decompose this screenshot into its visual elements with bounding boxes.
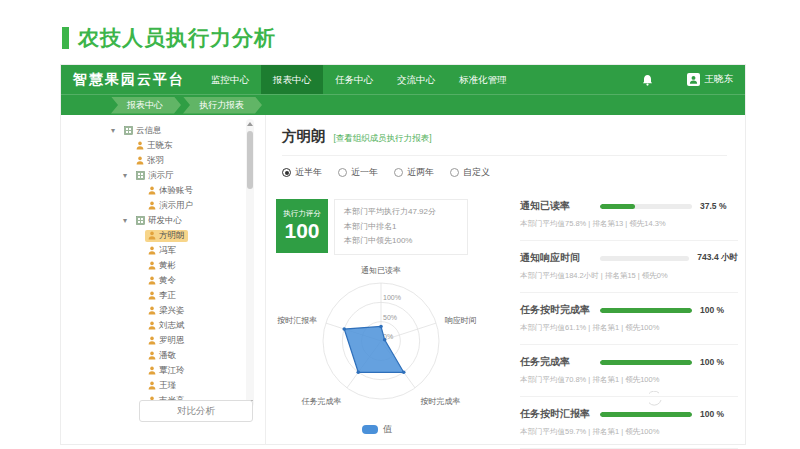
tree-item[interactable]: ▾	[111, 183, 239, 198]
time-filter-option[interactable]: 近两年	[394, 166, 434, 179]
progress-bar-fill	[600, 360, 692, 365]
scroll-up-arrow-icon[interactable]	[247, 122, 253, 126]
tree-item-inner[interactable]: 方明朗	[145, 230, 188, 242]
tree-item[interactable]: ▾	[111, 318, 239, 333]
tree-item-inner[interactable]: 冯军	[145, 245, 179, 257]
tree-item-inner[interactable]: 体验账号	[145, 185, 196, 197]
tree-item-inner[interactable]: 黄令	[145, 275, 179, 287]
time-filter-label: 自定义	[463, 166, 490, 179]
tree-item-label: 演示用户	[159, 200, 193, 212]
legend-swatch	[362, 425, 378, 434]
tree-item-inner[interactable]: 李正	[145, 290, 179, 302]
tree-item-inner[interactable]: 覃江玲	[145, 365, 188, 377]
scrollbar-thumb[interactable]	[247, 131, 253, 189]
user-avatar-icon[interactable]	[687, 73, 700, 86]
stat-label: 任务按时完成率	[520, 303, 600, 317]
tree-item-inner[interactable]: 张羽	[133, 155, 167, 167]
tree-item-label: 王晓东	[147, 140, 173, 152]
stat-label: 通知响应时间	[520, 251, 600, 265]
tree-item[interactable]: ▾	[111, 228, 239, 243]
user-icon	[148, 261, 156, 270]
tree-item-label: 刘志斌	[159, 320, 185, 332]
caret-down-icon[interactable]: ▾	[123, 171, 133, 180]
tree-item[interactable]: ▾	[111, 303, 239, 318]
tree-item-inner[interactable]: 黄彬	[145, 260, 179, 272]
notification-bell-icon[interactable]	[642, 74, 653, 86]
tree-item[interactable]: ▾	[111, 138, 239, 153]
tree-item-inner[interactable]: 王晓东	[133, 140, 176, 152]
tree-item[interactable]: ▾	[111, 243, 239, 258]
title-accent-bar	[62, 27, 69, 49]
legend-label: 值	[383, 423, 392, 436]
chart-legend[interactable]: 值	[276, 423, 478, 436]
stat-label: 任务按时汇报率	[520, 407, 600, 421]
score-info-line: 本部门中排名1	[344, 220, 458, 235]
tree-item[interactable]: ▾	[111, 198, 239, 213]
tree-item-inner[interactable]: 研发中心	[133, 215, 185, 227]
tree-item[interactable]: ▾	[111, 258, 239, 273]
tree-item[interactable]: ▾	[111, 288, 239, 303]
tree-item[interactable]: ▾	[111, 333, 239, 348]
menu-item[interactable]: 监控中心	[199, 65, 261, 94]
tree-item-label: 黄彬	[159, 260, 176, 272]
tree-item[interactable]: ▾	[111, 168, 239, 183]
tree-item[interactable]: ▾	[111, 153, 239, 168]
time-filter-label: 近两年	[407, 166, 434, 179]
radio-icon[interactable]	[394, 168, 403, 177]
stat-value: 100 %	[700, 409, 724, 419]
menu-item[interactable]: 报表中心	[261, 65, 323, 94]
progress-bar	[600, 204, 692, 209]
menu-item[interactable]: 交流中心	[385, 65, 447, 94]
header-divider	[282, 155, 727, 156]
org-icon	[124, 126, 133, 135]
tree-item[interactable]: ▾	[111, 123, 239, 138]
time-filter-option[interactable]: 近半年	[282, 166, 322, 179]
tree-item[interactable]: ▾	[111, 378, 239, 393]
caret-down-icon[interactable]: ▾	[123, 216, 133, 225]
radio-icon[interactable]	[450, 168, 459, 177]
breadcrumb-chip[interactable]: 报表中心	[111, 97, 181, 114]
menu-item[interactable]: 任务中心	[323, 65, 385, 94]
user-name[interactable]: 王晓东	[705, 73, 734, 86]
time-filter-option[interactable]: 自定义	[450, 166, 490, 179]
stat-row: 任务按时汇报率 100 % 本部门平均值59.7% | 排名第1 | 领先100…	[520, 397, 738, 449]
tree-item-label: 王瑾	[159, 380, 176, 392]
tree-item[interactable]: ▾	[111, 273, 239, 288]
stat-subtext: 本部门平均值184.2小时 | 排名第15 | 领先0%	[520, 271, 738, 281]
time-filter-option[interactable]: 近一年	[338, 166, 378, 179]
tree-item[interactable]: ▾	[111, 363, 239, 378]
report-header: 方明朗 [查看组织成员执行力报表]	[266, 115, 745, 146]
tree-item-inner[interactable]: 潘敬	[145, 350, 179, 362]
person-name: 方明朗	[282, 127, 326, 146]
tree-item-inner[interactable]: 梁兴姿	[145, 305, 188, 317]
main-panel: 方明朗 [查看组织成员执行力报表] 近半年 近一年	[266, 115, 745, 445]
tree-item[interactable]: ▾	[111, 348, 239, 363]
tree-item-inner[interactable]: 罗明恩	[145, 335, 188, 347]
tree-item-inner[interactable]: 刘志斌	[145, 320, 188, 332]
tree-item-label: 研发中心	[148, 215, 182, 227]
tree-item-label: 方明朗	[159, 230, 185, 242]
compare-analysis-button[interactable]: 对比分析	[139, 400, 253, 422]
tree-item-inner[interactable]: 云信息	[121, 125, 165, 137]
user-icon	[148, 231, 156, 240]
progress-bar	[600, 308, 692, 313]
page-title: 农技人员执行力分析	[62, 24, 276, 52]
score-title: 执行力评分	[283, 209, 321, 219]
caret-down-icon[interactable]: ▾	[111, 126, 121, 135]
sidebar-scrollbar[interactable]	[246, 119, 254, 407]
org-report-link[interactable]: [查看组织成员执行力报表]	[334, 133, 432, 145]
svg-text:100%: 100%	[383, 294, 401, 301]
app-logo: 智慧果园云平台	[73, 71, 185, 89]
tree-item-inner[interactable]: 演示厅	[133, 170, 177, 182]
radio-icon[interactable]	[282, 168, 291, 177]
user-icon	[148, 306, 156, 315]
tree-item[interactable]: ▾	[111, 213, 239, 228]
user-icon	[148, 246, 156, 255]
tree-item-inner[interactable]: 演示用户	[145, 200, 196, 212]
radio-icon[interactable]	[338, 168, 347, 177]
tree-item-inner[interactable]: 王瑾	[145, 380, 179, 392]
menu-item[interactable]: 标准化管理	[447, 65, 519, 94]
breadcrumb-chip[interactable]: 执行力报表	[183, 97, 262, 114]
stat-subtext: 本部门平均值59.7% | 排名第1 | 领先100%	[520, 427, 738, 437]
main-menu: 监控中心 报表中心 任务中心 交流中心 标准化管理	[199, 65, 519, 94]
